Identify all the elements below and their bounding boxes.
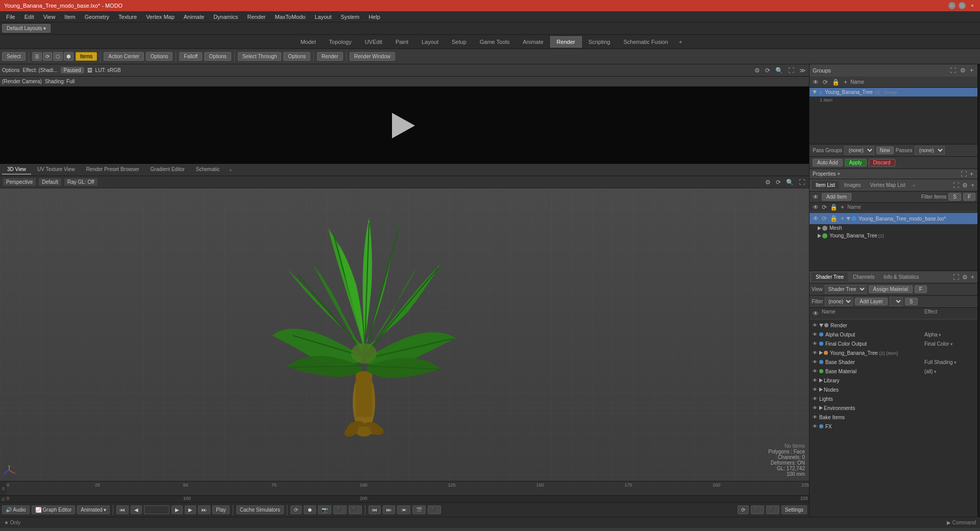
menu-system[interactable]: System [336,13,363,21]
menu-help[interactable]: Help [364,13,384,21]
ray-gl-label[interactable]: Ray GL: Off [64,178,97,186]
passes-dropdown[interactable]: (none) [915,146,945,155]
menu-texture[interactable]: Texture [114,13,141,21]
menu-layout[interactable]: Layout [310,13,335,21]
item-list-more[interactable]: + [970,181,975,190]
audio-button[interactable]: 🔊 Audio [2,505,30,514]
sh-eye-final[interactable]: 👁 [812,340,818,347]
select-button[interactable]: Select [2,52,26,61]
prev-frame-button[interactable]: ◀ [131,505,142,514]
tab-render[interactable]: Render [550,36,582,47]
viewport-tab-schematic[interactable]: Schematic [191,165,225,175]
prev-key-button[interactable]: ⏮ [116,505,129,514]
minimize-button[interactable]: − [948,2,955,9]
viewport-tab-gradient[interactable]: Gradient Editor [145,165,190,175]
tab-topology[interactable]: Topology [323,36,358,47]
tree-icon-3[interactable]: 🔒 [829,214,839,223]
shading-more-btn[interactable]: + [970,273,975,282]
item-tree[interactable]: 👁 ⟳ 🔒 + Young_Banana_Tree_modo_base.lxo*… [810,212,977,271]
tab-schematic-fusion[interactable]: Schematic Fusion [617,36,674,47]
col-lock-icon[interactable]: 🔒 [829,203,839,212]
vp-expand-icon[interactable]: ⛶ [798,178,806,187]
groups-list[interactable]: ◉ Young_Banana_Tree (3) : Group 1 Item [810,88,977,144]
view-dropdown[interactable]: Shader Tree [825,285,867,294]
sh-eye-shader[interactable]: 👁 [812,358,818,366]
sh-eye-icon[interactable]: 👁 [812,309,820,318]
menu-edit[interactable]: Edit [20,13,38,21]
group-refresh-icon[interactable]: ⟳ [822,78,829,87]
render-play-button[interactable] [392,113,418,138]
sh-item-banana[interactable]: 👁 Young_Banana_Tree (2) (Item) [810,348,977,357]
sh-eye-library[interactable]: 👁 [812,377,818,384]
filter-s-button[interactable]: S [948,193,961,201]
shading-s-button[interactable]: S [905,298,918,305]
apply-button[interactable]: Apply [845,159,867,166]
sh-item-final-color[interactable]: 👁 Final Color Output Final Color ▾ [810,339,977,348]
toolbar-icon-4[interactable]: ⬢ [64,52,74,61]
assign-material-button[interactable]: Assign Material [869,285,913,293]
pass-groups-new-button[interactable]: New [876,147,894,154]
properties-settings[interactable]: + [969,170,974,179]
item-list-tab[interactable]: Item List [812,181,839,189]
action-center-button[interactable]: Action Center [104,52,144,61]
auto-add-button[interactable]: Auto Add [813,159,843,166]
next-frame-button[interactable]: ▶ [185,505,196,514]
vp-gear-icon[interactable]: ⚙ [764,178,772,187]
viewport-3d[interactable]: Perspective Default Ray GL: Off ⚙ ⟳ 🔍 ⛶ [0,176,809,502]
tree-icon-4[interactable]: + [840,214,845,223]
info-statistics-tab[interactable]: Info & Statistics [879,273,923,281]
col-refresh-icon[interactable]: ⟳ [821,203,828,212]
sh-eye-bake[interactable]: 👁 [812,414,818,421]
toolbar-icon-3[interactable]: ⬡ [53,52,63,61]
menu-item[interactable]: Item [60,13,79,21]
groups-expand-button[interactable]: ⛶ [949,66,957,75]
perspective-label[interactable]: Perspective [3,178,36,186]
sh-item-environments[interactable]: 👁 Environments [810,403,977,413]
discard-button[interactable]: Discard [869,159,895,166]
transport-icon-11[interactable]: ⟳ [738,505,749,514]
transport-icon-8[interactable]: 📼 [397,505,410,514]
sh-item-alpha[interactable]: 👁 Alpha Output Alpha ▾ [810,330,977,339]
shader-tree-tab[interactable]: Shader Tree [812,273,848,281]
render-button[interactable]: Render [317,52,343,61]
add-layer-dropdown[interactable] [890,297,903,306]
transport-icon-1[interactable]: ⟳ [290,505,302,514]
group-lock-icon[interactable]: 🔒 [831,78,841,87]
sh-item-lights[interactable]: 👁 Lights [810,394,977,403]
group-eye-icon[interactable]: 👁 [812,78,820,87]
sh-eye-render[interactable]: 👁 [812,322,818,329]
vp-zoom-icon[interactable]: 🔍 [785,178,795,187]
frame-input[interactable]: 0 [144,505,169,514]
sh-item-bake[interactable]: 👁 Bake Items [810,413,977,422]
viewport-tab-render-preset[interactable]: Render Preset Browser [81,165,144,175]
tab-setup[interactable]: Setup [445,36,473,47]
tab-paint[interactable]: Paint [389,36,415,47]
add-layer-button[interactable]: Add Layer [855,298,888,305]
transport-icon-3[interactable]: 📷 [318,505,331,514]
properties-expand[interactable]: ⛶ [960,170,968,179]
cache-button[interactable]: Cache Simulators [236,505,284,514]
transport-icon-2[interactable]: ⏺ [304,505,316,514]
viewport-canvas[interactable]: X Z Y No Items Polygons : Face Channels:… [0,188,809,481]
tree-eye-1[interactable]: 👁 [812,214,820,223]
menu-animate[interactable]: Animate [180,13,208,21]
menu-render[interactable]: Render [243,13,270,21]
sh-eye-environments[interactable]: 👁 [812,404,818,412]
sh-eye-banana[interactable]: 👁 [812,349,818,356]
group-item-banana[interactable]: ◉ Young_Banana_Tree (3) : Group [810,88,977,96]
tab-game-tools[interactable]: Game Tools [473,36,517,47]
sh-eye-alpha[interactable]: 👁 [812,331,818,338]
tree-item-banana-tree[interactable]: Young_Banana_Tree (2) [810,232,977,239]
shading-expand-btn[interactable]: ⛶ [952,273,960,282]
vp-refresh-icon[interactable]: ⟳ [775,178,782,187]
render-icon-settings[interactable]: ⚙ [753,66,761,75]
sh-item-base-shader[interactable]: 👁 Base Shader Full Shading ▾ [810,357,977,367]
transport-icon-5[interactable]: ⬛ [349,505,362,514]
transport-icon-10[interactable]: ⬛ [428,505,441,514]
images-tab[interactable]: Images [840,181,865,189]
filter-dropdown-sh[interactable]: (none) [825,297,853,306]
shading-settings-btn[interactable]: ⚙ [961,273,969,282]
timeline-ruler-2[interactable]: 0 100 200 225 [7,496,809,503]
sh-eye-fx[interactable]: 👁 [812,423,818,430]
next-key-button[interactable]: ⏭ [198,505,210,514]
